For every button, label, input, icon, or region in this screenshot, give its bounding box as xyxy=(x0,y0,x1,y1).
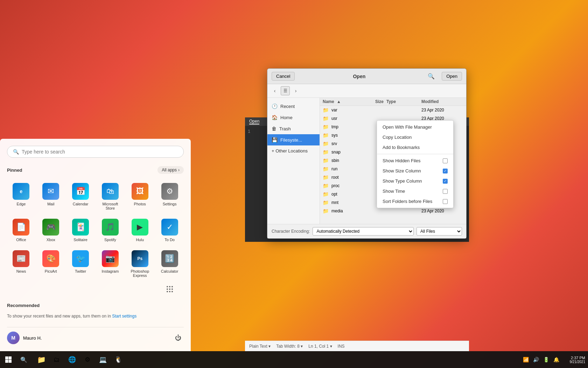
pinned-edge[interactable]: e Edge xyxy=(7,179,35,214)
sidebar-recent[interactable]: 🕐 Recent xyxy=(267,101,320,112)
pinned-office[interactable]: 📄 Office xyxy=(7,215,35,245)
sort-folders-checkbox[interactable] xyxy=(443,199,448,204)
folder-icon: 📁 xyxy=(323,183,329,189)
hidden-files-checkbox[interactable] xyxy=(443,158,448,163)
folder-icon: 📁 xyxy=(323,107,329,113)
user-info[interactable]: M Mauro H. xyxy=(7,332,42,344)
search-input[interactable] xyxy=(22,149,178,155)
spotify-icon: 🎵 xyxy=(102,219,119,236)
folder-icon: 📁 xyxy=(323,191,329,197)
instagram-icon: 📷 xyxy=(102,250,119,267)
tab-width[interactable]: Tab Width: 8 ▾ xyxy=(276,344,303,349)
context-show-size[interactable]: Show Size Column ✓ xyxy=(377,166,453,176)
file-name: media xyxy=(331,209,354,213)
context-show-hidden[interactable]: Show Hidden Files xyxy=(377,156,453,166)
sidebar-home[interactable]: 🏠 Home xyxy=(267,112,320,123)
pinned-photos[interactable]: 🖼 Photos xyxy=(126,179,154,214)
pinned-mail[interactable]: ✉ Mail xyxy=(37,179,65,214)
volume-icon[interactable]: 🔊 xyxy=(532,356,540,363)
file-name: snap xyxy=(331,150,354,155)
home-icon: 🏠 xyxy=(272,115,278,120)
twitter-label: Twitter xyxy=(75,269,86,273)
svg-rect-0 xyxy=(5,356,8,360)
search-icon: 🔍 xyxy=(13,149,19,155)
pinned-instagram[interactable]: 📷 Instagram xyxy=(96,247,125,281)
back-button[interactable]: ‹ xyxy=(270,86,279,95)
sidebar-add-location[interactable]: + Other Locations xyxy=(267,145,320,156)
text-mode[interactable]: Plain Text ▾ xyxy=(249,344,271,349)
file-row[interactable]: 📁 var 23 Apr 2020 xyxy=(320,106,466,114)
more-apps-indicator[interactable] xyxy=(155,282,184,296)
folder-icon: 📁 xyxy=(323,132,329,138)
file-name: sys xyxy=(331,133,354,138)
encoding-select[interactable]: Automatically Detected xyxy=(313,227,414,236)
sidebar-filesystem[interactable]: 💾 Filesyste... xyxy=(267,134,320,145)
pinned-store[interactable]: 🛍 Microsoft Store xyxy=(96,179,125,214)
taskbar: 🔍 📁 🗂 🌐 ⚙ 💻 🐧 📶 🔊 🔋 🔔 2:37 PM 9/21/2021 xyxy=(0,351,588,368)
start-button[interactable] xyxy=(0,351,17,368)
dialog-toolbar: ‹ ☰ › xyxy=(267,84,466,98)
pinned-settings[interactable]: ⚙ Settings xyxy=(155,179,184,214)
list-view-button[interactable]: ☰ xyxy=(281,86,290,95)
pinned-news[interactable]: 📰 News xyxy=(7,247,35,281)
taskbar-file-explorer[interactable]: 📁 xyxy=(34,351,49,368)
cancel-button[interactable]: Cancel xyxy=(272,72,295,81)
taskbar-search-button[interactable]: 🔍 xyxy=(17,351,31,368)
filetype-select[interactable]: All Files xyxy=(416,227,462,236)
power-button[interactable]: ⏻ xyxy=(173,332,184,343)
context-show-time[interactable]: Show Time xyxy=(377,186,453,196)
dialog-footer: Character Encoding: Automatically Detect… xyxy=(267,224,466,238)
taskbar-linux[interactable]: 🐧 xyxy=(111,351,126,368)
notifications-icon[interactable]: 🔔 xyxy=(552,356,561,363)
clock-date: 9/21/2021 xyxy=(564,360,585,364)
all-apps-button[interactable]: All apps › xyxy=(158,166,184,174)
picsart-icon: 🎨 xyxy=(42,250,59,267)
pinned-section-header: Pinned All apps › xyxy=(7,166,184,174)
context-sort-folders[interactable]: Sort Folders before Files xyxy=(377,196,453,206)
network-icon[interactable]: 📶 xyxy=(522,356,530,363)
pinned-twitter[interactable]: 🐦 Twitter xyxy=(66,247,95,281)
recommended-header: Recommended xyxy=(7,303,184,308)
taskbar-edge[interactable]: 🌐 xyxy=(64,351,80,368)
photos-label: Photos xyxy=(134,202,146,206)
taskbar-items: 📁 🗂 🌐 ⚙ 💻 🐧 xyxy=(31,351,522,368)
context-add-bookmarks[interactable]: Add to Bookmarks xyxy=(377,142,453,152)
calculator-icon: 🔢 xyxy=(161,250,178,267)
taskbar-task-view[interactable]: 🗂 xyxy=(49,351,64,368)
pinned-calendar[interactable]: 📅 Calendar xyxy=(66,179,95,214)
editor-tab[interactable]: Open xyxy=(249,119,259,124)
pinned-spotify[interactable]: 🎵 Spotify xyxy=(96,215,125,245)
search-bar[interactable]: 🔍 xyxy=(7,146,184,158)
trash-label: Trash xyxy=(279,126,291,131)
taskbar-settings[interactable]: ⚙ xyxy=(80,351,95,368)
context-open-filemanager[interactable]: Open With File Manager xyxy=(377,122,453,132)
edge-label: Edge xyxy=(17,202,26,206)
taskbar-clock[interactable]: 2:37 PM 9/21/2021 xyxy=(564,356,588,364)
file-modified: 23 Apr 2020 xyxy=(421,209,463,213)
start-settings-link[interactable]: Start settings xyxy=(112,314,136,319)
pinned-solitaire[interactable]: 🃏 Solitaire xyxy=(66,215,95,245)
solitaire-label: Solitaire xyxy=(74,238,88,242)
type-column-checkbox[interactable]: ✓ xyxy=(443,179,448,184)
open-button[interactable]: Open xyxy=(442,72,462,81)
battery-icon[interactable]: 🔋 xyxy=(542,356,551,363)
pinned-photoshop[interactable]: Ps Photoshop Express xyxy=(126,247,154,281)
show-time-checkbox[interactable] xyxy=(443,189,448,194)
pinned-calculator[interactable]: 🔢 Calculator xyxy=(155,247,184,281)
search-button[interactable]: 🔍 xyxy=(424,71,439,81)
sidebar-trash[interactable]: 🗑 Trash xyxy=(267,123,320,134)
pinned-xbox[interactable]: 🎮 Xbox xyxy=(37,215,65,245)
instagram-label: Instagram xyxy=(102,269,119,273)
todo-icon: ✓ xyxy=(161,219,178,236)
context-show-type[interactable]: Show Type Column ✓ xyxy=(377,176,453,186)
context-copy-location[interactable]: Copy Location xyxy=(377,132,453,142)
file-name: proc xyxy=(331,183,354,188)
pinned-todo[interactable]: ✓ To Do xyxy=(155,215,184,245)
folder-icon: 📁 xyxy=(323,166,329,172)
pinned-picsart[interactable]: 🎨 PicsArt xyxy=(37,247,65,281)
forward-button[interactable]: › xyxy=(291,86,300,95)
cursor-position[interactable]: Ln 1, Col 1 ▾ xyxy=(308,344,332,349)
taskbar-terminal[interactable]: 💻 xyxy=(95,351,111,368)
size-column-checkbox[interactable]: ✓ xyxy=(443,169,448,173)
pinned-hulu[interactable]: ▶ Hulu xyxy=(126,215,154,245)
